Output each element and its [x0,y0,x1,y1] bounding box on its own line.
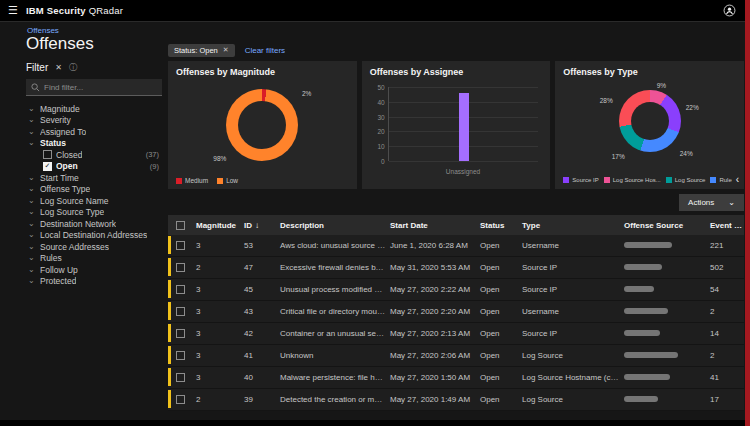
table-row[interactable]: 247Excessive firewall denies betw...May … [168,257,744,279]
cell-status: Open [476,285,518,294]
column-header-offense-source[interactable]: Offense Source [620,221,706,230]
cell-event-count: 2 [706,307,744,316]
checkbox[interactable]: ✓ [43,162,52,171]
assignee-chart-card: Offenses by Assignee 50403020100 Unassig… [362,61,551,189]
filter-tree-item[interactable]: ⌄Severity [26,115,162,127]
row-checkbox-cell [168,307,192,316]
cell-event-count: 502 [706,263,744,272]
row-checkbox-cell [168,373,192,382]
filter-tree-item[interactable]: ⌄Status [26,138,162,150]
chevron-left-icon[interactable]: ‹ [736,176,739,184]
type-donut-chart[interactable] [619,90,681,152]
row-checkbox[interactable] [176,395,185,404]
cell-id: 45 [240,285,276,294]
cell-status: Open [476,241,518,250]
magnitude-chart-card: Offenses by Magnitude 2% 98% MediumLow [168,61,357,189]
info-icon[interactable]: ⓘ [69,62,77,73]
legend-swatch [666,177,672,183]
filter-tree-label: Status [40,138,66,148]
row-checkbox[interactable] [176,263,185,272]
chevron-down-icon: ⌄ [28,267,36,273]
filter-tree: ⌄Magnitude⌄Severity⌄Assigned To⌄StatusCl… [26,103,162,287]
filter-chip-status-open[interactable]: Status: Open ✕ [168,44,235,57]
filter-search-box[interactable] [26,79,162,96]
filter-tree-item[interactable]: ⌄Protected [26,276,162,288]
filter-tree-item[interactable]: ⌄Follow Up [26,264,162,276]
cell-description: Unknown [276,351,386,360]
filter-tree-item[interactable]: ⌄Start Time [26,172,162,184]
chevron-down-icon: ⌄ [728,200,735,206]
filter-tree-item[interactable]: ⌄Rules [26,253,162,265]
legend-item[interactable]: Medium [176,177,208,184]
column-header-status[interactable]: Status [476,221,518,230]
donut-label-rule: 24% [680,150,693,157]
filter-tree-item[interactable]: ⌄Local Destination Addresses [26,230,162,242]
legend-item[interactable]: Low [217,177,238,184]
cell-status: Open [476,351,518,360]
filter-tree-child-item[interactable]: ✓Open(9) [26,161,162,173]
assignee-bar[interactable] [459,93,469,161]
brand-bold: IBM Security [26,5,86,16]
clear-filters-link[interactable]: Clear filters [245,46,285,55]
legend-item[interactable]: Source IP [563,177,598,183]
cell-event-count: 2 [706,351,744,360]
sort-desc-icon: ↓ [255,221,259,230]
row-checkbox[interactable] [176,285,185,294]
filter-tree-child-item[interactable]: Closed(37) [26,149,162,161]
filter-tree-label: Source Addresses [40,242,109,252]
row-checkbox[interactable] [176,307,185,316]
column-header-magnitude[interactable]: Magnitude [192,221,240,230]
cell-event-count: 221 [706,241,744,250]
filter-tree-item[interactable]: ⌄Offense Type [26,184,162,196]
actions-button[interactable]: Actions ⌄ [679,194,744,211]
cell-magnitude: 2 [192,395,240,404]
filter-close-icon[interactable]: ✕ [55,63,62,72]
legend-label: Log Source [675,177,706,183]
search-icon [31,83,40,92]
filter-tree-item[interactable]: ⌄Destination Network [26,218,162,230]
legend-item[interactable]: Log Source Hos... [604,177,661,183]
magnitude-donut-chart[interactable] [226,89,298,161]
row-checkbox[interactable] [176,373,185,382]
right-edge-stripe [745,0,750,426]
column-header-event-count[interactable]: Event Count [706,221,744,230]
row-checkbox[interactable] [176,351,185,360]
cell-magnitude: 3 [192,373,240,382]
filter-tree-item[interactable]: ⌄Source Addresses [26,241,162,253]
row-checkbox-cell [168,395,192,404]
row-checkbox[interactable] [176,329,185,338]
chip-close-icon[interactable]: ✕ [223,46,229,54]
filter-tree-item[interactable]: ⌄Magnitude [26,103,162,115]
column-header-type[interactable]: Type [518,221,620,230]
table-row[interactable]: 341UnknownMay 27, 2020 2:06 AMOpenLog So… [168,345,744,367]
row-checkbox-cell [168,351,192,360]
column-header-start-date[interactable]: Start Date [386,221,476,230]
filter-search-input[interactable] [44,83,157,92]
row-checkbox-cell [168,285,192,294]
checkbox[interactable] [43,150,52,159]
table-row[interactable]: 342Container or an unusual servic...May … [168,323,744,345]
filter-tree-item[interactable]: ⌄Assigned To [26,126,162,138]
table-row[interactable]: 239Detected the creation or modifi...May… [168,389,744,411]
table-row[interactable]: 345Unusual process modified criti...May … [168,279,744,301]
cell-description: Malware persistence: file has ... [276,373,386,382]
cell-description: Critical file or directory mount... [276,307,386,316]
legend-item[interactable]: Rule [710,177,731,183]
cell-magnitude: 3 [192,329,240,338]
cell-description: Detected the creation or modifi... [276,395,386,404]
row-checkbox[interactable] [176,241,185,250]
user-avatar-icon[interactable] [723,4,736,17]
column-header-id[interactable]: ID↓ [240,221,276,230]
cell-status: Open [476,373,518,382]
legend-swatch [604,177,610,183]
table-row[interactable]: 353Aws cloud: unusual source do...June 1… [168,235,744,257]
column-header-description[interactable]: Description [276,221,386,230]
menu-icon[interactable]: ☰ [0,4,26,17]
table-row[interactable]: 343Critical file or directory mount...Ma… [168,301,744,323]
filter-tree-item[interactable]: ⌄Log Source Type [26,207,162,219]
filter-tree-item[interactable]: ⌄Log Source Name [26,195,162,207]
table-row[interactable]: 340Malware persistence: file has ...May … [168,367,744,389]
select-all-checkbox[interactable] [176,221,185,230]
legend-item[interactable]: Log Source [666,177,706,183]
cell-type: Username [518,241,620,250]
